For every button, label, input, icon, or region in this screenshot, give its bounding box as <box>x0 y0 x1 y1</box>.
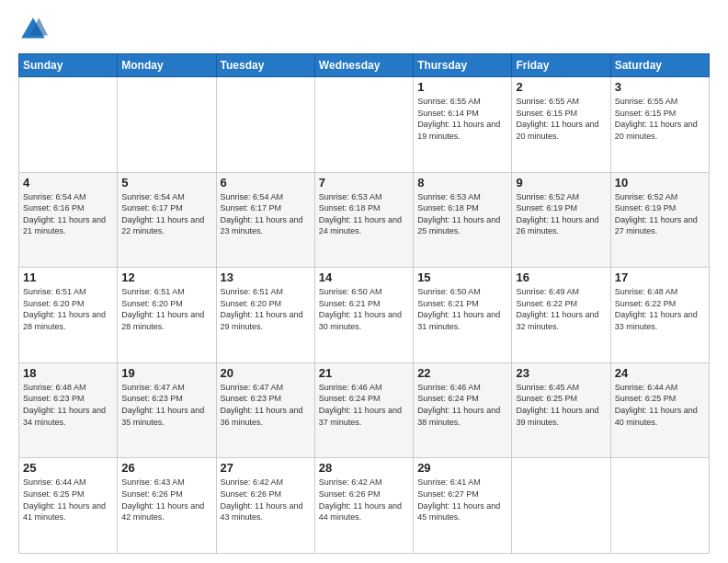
calendar-cell <box>314 77 413 173</box>
day-info: Sunrise: 6:55 AM Sunset: 6:15 PM Dayligh… <box>615 96 705 142</box>
day-number: 10 <box>615 176 705 190</box>
day-info: Sunrise: 6:42 AM Sunset: 6:26 PM Dayligh… <box>319 477 409 523</box>
day-info: Sunrise: 6:50 AM Sunset: 6:21 PM Dayligh… <box>417 286 507 332</box>
day-info: Sunrise: 6:53 AM Sunset: 6:18 PM Dayligh… <box>319 191 409 237</box>
week-row-5: 25Sunrise: 6:44 AM Sunset: 6:25 PM Dayli… <box>19 458 710 554</box>
calendar-cell: 14Sunrise: 6:50 AM Sunset: 6:21 PM Dayli… <box>314 268 413 363</box>
calendar-cell <box>512 458 610 554</box>
day-number: 4 <box>23 176 113 190</box>
day-info: Sunrise: 6:48 AM Sunset: 6:23 PM Dayligh… <box>23 382 113 428</box>
header <box>18 15 710 44</box>
day-number: 7 <box>319 176 409 190</box>
weekday-header-wednesday: Wednesday <box>314 54 413 77</box>
day-number: 26 <box>121 461 211 475</box>
day-info: Sunrise: 6:54 AM Sunset: 6:17 PM Dayligh… <box>221 191 311 237</box>
calendar-cell: 24Sunrise: 6:44 AM Sunset: 6:25 PM Dayli… <box>610 362 709 458</box>
day-number: 1 <box>417 80 507 94</box>
day-number: 18 <box>23 366 113 380</box>
day-info: Sunrise: 6:54 AM Sunset: 6:17 PM Dayligh… <box>121 191 211 237</box>
week-row-2: 4Sunrise: 6:54 AM Sunset: 6:16 PM Daylig… <box>19 172 710 268</box>
week-row-4: 18Sunrise: 6:48 AM Sunset: 6:23 PM Dayli… <box>19 362 710 458</box>
day-info: Sunrise: 6:54 AM Sunset: 6:16 PM Dayligh… <box>23 191 113 237</box>
day-number: 9 <box>516 176 606 190</box>
calendar-cell: 4Sunrise: 6:54 AM Sunset: 6:16 PM Daylig… <box>19 172 118 268</box>
weekday-header-row: SundayMondayTuesdayWednesdayThursdayFrid… <box>19 54 710 77</box>
day-info: Sunrise: 6:55 AM Sunset: 6:14 PM Dayligh… <box>417 96 507 142</box>
day-number: 21 <box>319 366 409 380</box>
weekday-header-saturday: Saturday <box>610 54 709 77</box>
day-number: 27 <box>221 461 311 475</box>
day-number: 6 <box>221 176 311 190</box>
calendar-cell: 16Sunrise: 6:49 AM Sunset: 6:22 PM Dayli… <box>512 268 610 363</box>
day-number: 28 <box>319 461 409 475</box>
calendar-cell: 23Sunrise: 6:45 AM Sunset: 6:25 PM Dayli… <box>512 362 610 458</box>
logo-icon <box>18 15 48 44</box>
calendar-cell: 6Sunrise: 6:54 AM Sunset: 6:17 PM Daylig… <box>216 172 314 268</box>
day-info: Sunrise: 6:52 AM Sunset: 6:19 PM Dayligh… <box>516 191 606 237</box>
day-number: 2 <box>516 80 606 94</box>
calendar-cell: 19Sunrise: 6:47 AM Sunset: 6:23 PM Dayli… <box>118 362 216 458</box>
calendar-cell: 9Sunrise: 6:52 AM Sunset: 6:19 PM Daylig… <box>512 172 610 268</box>
day-info: Sunrise: 6:46 AM Sunset: 6:24 PM Dayligh… <box>319 382 409 428</box>
day-number: 15 <box>417 270 507 284</box>
calendar-cell: 1Sunrise: 6:55 AM Sunset: 6:14 PM Daylig… <box>414 77 512 173</box>
day-info: Sunrise: 6:44 AM Sunset: 6:25 PM Dayligh… <box>23 477 113 523</box>
weekday-header-friday: Friday <box>512 54 610 77</box>
calendar-cell: 18Sunrise: 6:48 AM Sunset: 6:23 PM Dayli… <box>19 362 118 458</box>
day-info: Sunrise: 6:51 AM Sunset: 6:20 PM Dayligh… <box>23 286 113 332</box>
day-info: Sunrise: 6:49 AM Sunset: 6:22 PM Dayligh… <box>516 286 606 332</box>
day-number: 5 <box>121 176 211 190</box>
day-number: 12 <box>121 270 211 284</box>
day-info: Sunrise: 6:47 AM Sunset: 6:23 PM Dayligh… <box>221 382 311 428</box>
calendar-table: SundayMondayTuesdayWednesdayThursdayFrid… <box>18 53 710 554</box>
day-info: Sunrise: 6:43 AM Sunset: 6:26 PM Dayligh… <box>121 477 211 523</box>
calendar-cell: 22Sunrise: 6:46 AM Sunset: 6:24 PM Dayli… <box>414 362 512 458</box>
day-info: Sunrise: 6:42 AM Sunset: 6:26 PM Dayligh… <box>221 477 311 523</box>
calendar-cell: 7Sunrise: 6:53 AM Sunset: 6:18 PM Daylig… <box>314 172 413 268</box>
calendar-cell <box>610 458 709 554</box>
day-info: Sunrise: 6:44 AM Sunset: 6:25 PM Dayligh… <box>615 382 705 428</box>
day-number: 20 <box>221 366 311 380</box>
day-info: Sunrise: 6:46 AM Sunset: 6:24 PM Dayligh… <box>417 382 507 428</box>
day-info: Sunrise: 6:52 AM Sunset: 6:19 PM Dayligh… <box>615 191 705 237</box>
weekday-header-sunday: Sunday <box>19 54 118 77</box>
calendar-cell <box>19 77 118 173</box>
day-number: 23 <box>516 366 606 380</box>
weekday-header-tuesday: Tuesday <box>216 54 314 77</box>
day-number: 19 <box>121 366 211 380</box>
day-info: Sunrise: 6:53 AM Sunset: 6:18 PM Dayligh… <box>417 191 507 237</box>
week-row-1: 1Sunrise: 6:55 AM Sunset: 6:14 PM Daylig… <box>19 77 710 173</box>
calendar-header: SundayMondayTuesdayWednesdayThursdayFrid… <box>19 54 710 77</box>
day-info: Sunrise: 6:51 AM Sunset: 6:20 PM Dayligh… <box>121 286 211 332</box>
calendar-cell <box>118 77 216 173</box>
calendar-cell: 15Sunrise: 6:50 AM Sunset: 6:21 PM Dayli… <box>414 268 512 363</box>
page: SundayMondayTuesdayWednesdayThursdayFrid… <box>0 0 728 563</box>
day-number: 13 <box>221 270 311 284</box>
calendar-cell: 28Sunrise: 6:42 AM Sunset: 6:26 PM Dayli… <box>314 458 413 554</box>
calendar-cell: 12Sunrise: 6:51 AM Sunset: 6:20 PM Dayli… <box>118 268 216 363</box>
day-info: Sunrise: 6:50 AM Sunset: 6:21 PM Dayligh… <box>319 286 409 332</box>
day-info: Sunrise: 6:41 AM Sunset: 6:27 PM Dayligh… <box>417 477 507 523</box>
calendar-cell: 17Sunrise: 6:48 AM Sunset: 6:22 PM Dayli… <box>610 268 709 363</box>
day-info: Sunrise: 6:55 AM Sunset: 6:15 PM Dayligh… <box>516 96 606 142</box>
calendar-cell: 25Sunrise: 6:44 AM Sunset: 6:25 PM Dayli… <box>19 458 118 554</box>
day-number: 14 <box>319 270 409 284</box>
day-number: 24 <box>615 366 705 380</box>
calendar-cell: 20Sunrise: 6:47 AM Sunset: 6:23 PM Dayli… <box>216 362 314 458</box>
day-number: 25 <box>23 461 113 475</box>
day-number: 8 <box>417 176 507 190</box>
day-info: Sunrise: 6:45 AM Sunset: 6:25 PM Dayligh… <box>516 382 606 428</box>
week-row-3: 11Sunrise: 6:51 AM Sunset: 6:20 PM Dayli… <box>19 268 710 363</box>
calendar-cell: 3Sunrise: 6:55 AM Sunset: 6:15 PM Daylig… <box>610 77 709 173</box>
day-number: 29 <box>417 461 507 475</box>
calendar-cell: 10Sunrise: 6:52 AM Sunset: 6:19 PM Dayli… <box>610 172 709 268</box>
weekday-header-thursday: Thursday <box>414 54 512 77</box>
day-number: 11 <box>23 270 113 284</box>
calendar-cell: 27Sunrise: 6:42 AM Sunset: 6:26 PM Dayli… <box>216 458 314 554</box>
calendar-cell: 8Sunrise: 6:53 AM Sunset: 6:18 PM Daylig… <box>414 172 512 268</box>
day-info: Sunrise: 6:51 AM Sunset: 6:20 PM Dayligh… <box>221 286 311 332</box>
calendar-cell: 26Sunrise: 6:43 AM Sunset: 6:26 PM Dayli… <box>118 458 216 554</box>
day-number: 17 <box>615 270 705 284</box>
day-number: 22 <box>417 366 507 380</box>
calendar-cell: 29Sunrise: 6:41 AM Sunset: 6:27 PM Dayli… <box>414 458 512 554</box>
